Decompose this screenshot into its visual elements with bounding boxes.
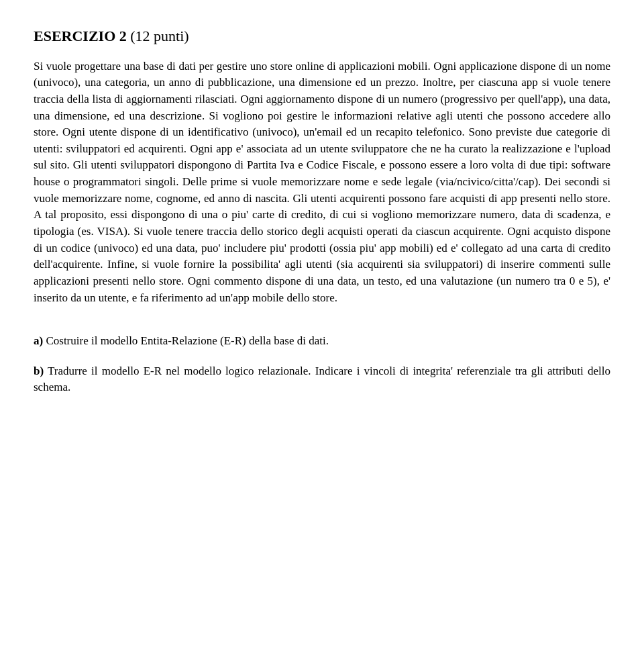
question-b: b) Tradurre il modello E-R nel modello l… — [34, 363, 610, 396]
main-paragraph: Si vuole progettare una base di dati per… — [34, 58, 610, 307]
question-a: a) Costruire il modello Entita-Relazione… — [34, 333, 610, 350]
question-b-text: Tradurre il modello E-R nel modello logi… — [34, 365, 610, 394]
title-subtitle: (12 punti) — [130, 28, 189, 44]
question-a-text: Costruire il modello Entita-Relazione (E… — [46, 334, 329, 347]
question-b-label: b) — [34, 365, 44, 377]
exercise-title: ESERCIZIO 2 (12 punti) — [34, 27, 610, 46]
question-a-label: a) — [34, 334, 43, 347]
title-main: ESERCIZIO 2 — [34, 28, 127, 44]
